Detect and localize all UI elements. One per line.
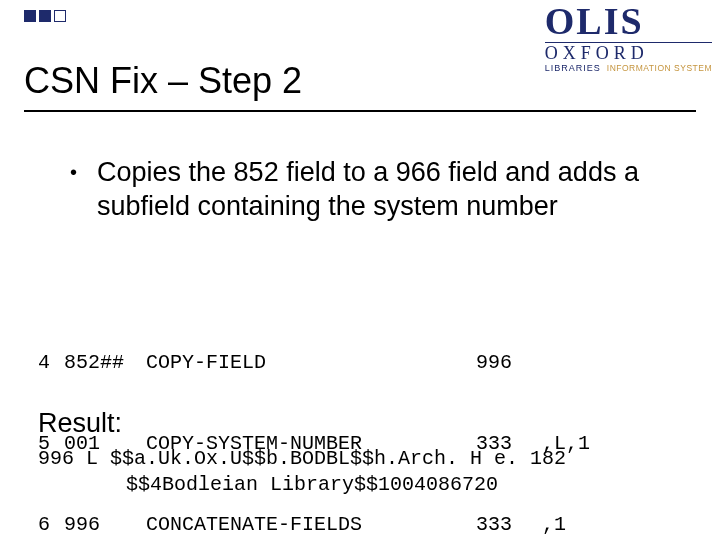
olis-logo: OLIS OXFORD LIBRARIES INFORMATION SYSTEM	[545, 2, 712, 73]
bullet-item: • Copies the 852 field to a 966 field an…	[70, 155, 690, 223]
code-row: 6 996 CONCATENATE-FIELDS 333 ,1	[38, 511, 690, 538]
slide-title: CSN Fix – Step 2	[24, 60, 302, 102]
result-line-2: $$4Bodleian Library$$1004086720	[38, 472, 690, 498]
logo-org: OXFORD	[545, 42, 712, 62]
code-rest: ,1	[542, 511, 566, 538]
bullet-text: Copies the 852 field to a 966 field and …	[97, 155, 690, 223]
result-line-1: 996 L $$a.Uk.Ox.U$$b.BODBL$$h.Arch. H e.…	[38, 446, 690, 472]
square-icon	[24, 10, 36, 22]
decorative-squares	[24, 10, 66, 22]
code-index: 6	[38, 511, 64, 538]
code-dest: 333	[476, 511, 542, 538]
result-heading: Result:	[38, 408, 122, 439]
logo-libraries: LIBRARIES	[545, 64, 601, 73]
code-command: COPY-FIELD	[146, 349, 476, 376]
code-command: CONCATENATE-FIELDS	[146, 511, 476, 538]
result-code: 996 L $$a.Uk.Ox.U$$b.BODBL$$h.Arch. H e.…	[38, 446, 690, 498]
title-underline	[24, 110, 696, 112]
square-icon	[39, 10, 51, 22]
code-listing: 4 852## COPY-FIELD 996 5 001 COPY-SYSTEM…	[38, 295, 690, 540]
logo-brand: OLIS	[545, 2, 712, 40]
square-icon	[54, 10, 66, 22]
code-tag: 996	[64, 511, 146, 538]
bullet-marker: •	[70, 155, 77, 223]
code-row: 4 852## COPY-FIELD 996	[38, 349, 690, 376]
code-dest: 996	[476, 349, 542, 376]
code-index: 4	[38, 349, 64, 376]
code-tag: 852##	[64, 349, 146, 376]
logo-info: INFORMATION SYSTEM	[607, 64, 712, 73]
